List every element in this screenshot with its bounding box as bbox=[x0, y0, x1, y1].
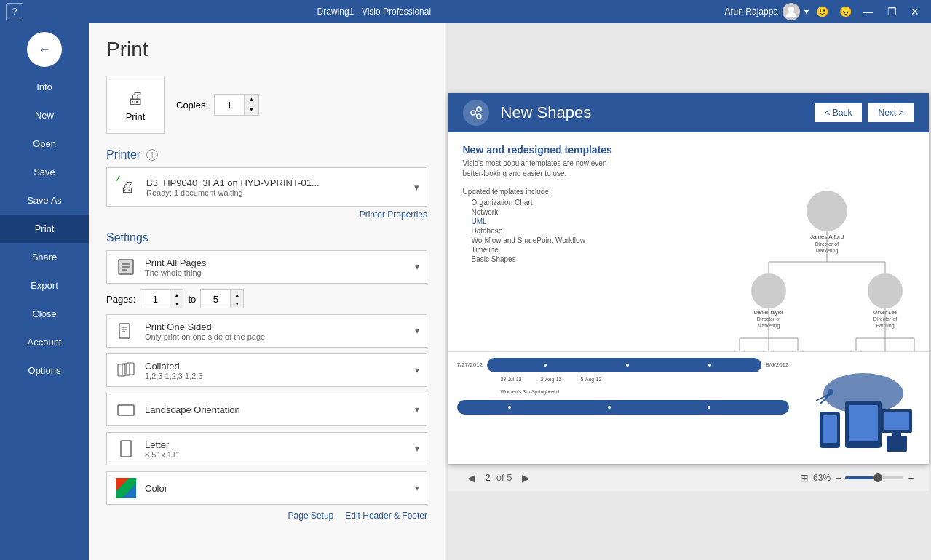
pages-from-increment[interactable]: ▲ bbox=[170, 290, 183, 299]
svg-rect-6 bbox=[119, 324, 130, 338]
timeline-dates-top: 29-Jul-12 2-Aug-12 5-Aug-12 bbox=[457, 377, 789, 382]
print-button[interactable]: 🖨 Print bbox=[106, 76, 165, 134]
printer-selector[interactable]: 🖨 ✓ B3_HP9040_3FA1 on HYD-VPRINT-01... R… bbox=[106, 167, 427, 207]
color-dropdown[interactable]: Color ▾ bbox=[106, 471, 427, 505]
sidebar-item-save-as[interactable]: Save As bbox=[0, 186, 89, 215]
sidebar-item-account[interactable]: Account bbox=[0, 328, 89, 356]
zoom-area: ⊞ 63% − + bbox=[800, 472, 914, 484]
color-dropdown-arrow: ▾ bbox=[415, 483, 419, 493]
print-pages-dropdown[interactable]: Print All Pages The whole thing ▾ bbox=[106, 250, 427, 284]
list-item: Network bbox=[472, 208, 710, 216]
template-list: Organization Chart Network UML Database … bbox=[463, 199, 710, 263]
svg-point-28 bbox=[751, 273, 786, 308]
fit-icon[interactable]: ⊞ bbox=[800, 472, 809, 484]
printer-section-header: Printer i bbox=[106, 148, 427, 161]
copies-input[interactable] bbox=[215, 95, 244, 115]
color-swatch bbox=[116, 478, 136, 498]
preview-header-title: New Shapes bbox=[501, 103, 592, 122]
orientation-title: Landscape Orientation bbox=[145, 404, 408, 415]
pages-to-increment[interactable]: ▲ bbox=[230, 290, 243, 299]
pages-from-decrement[interactable]: ▼ bbox=[170, 299, 183, 308]
maximize-button[interactable]: ❐ bbox=[882, 1, 902, 22]
printer-info-icon[interactable]: i bbox=[146, 149, 158, 161]
list-item: Timeline bbox=[472, 246, 710, 254]
copies-increment[interactable]: ▲ bbox=[244, 95, 258, 105]
pages-to-field[interactable] bbox=[201, 290, 230, 308]
prev-page-button[interactable]: ◀ bbox=[463, 471, 480, 485]
collated-subtitle: 1,2,3 1,2,3 1,2,3 bbox=[145, 372, 408, 380]
sidebar-item-print[interactable]: Print bbox=[0, 215, 89, 243]
list-item: UML bbox=[472, 217, 710, 225]
settings-heading: Settings bbox=[106, 231, 148, 244]
collated-setting-text: Collated 1,2,3 1,2,3 1,2,3 bbox=[145, 361, 408, 380]
sidebar-item-save[interactable]: Save bbox=[0, 158, 89, 186]
sidebar-item-options[interactable]: Options bbox=[0, 356, 89, 385]
preview-container: New Shapes < Back Next > New and redesig… bbox=[448, 93, 929, 464]
sidebar-item-open[interactable]: Open bbox=[0, 129, 89, 158]
svg-point-15 bbox=[471, 111, 475, 115]
print-sided-dropdown[interactable]: Print One Sided Only print on one side o… bbox=[106, 314, 427, 348]
preview-next-button[interactable]: Next > bbox=[868, 103, 914, 122]
content-area: Print 🖨 Print Copies: ▲ ▼ bbox=[89, 23, 931, 560]
zoom-slider[interactable] bbox=[845, 476, 903, 479]
svg-rect-13 bbox=[118, 405, 134, 415]
print-panel: Print 🖨 Print Copies: ▲ ▼ bbox=[89, 23, 445, 560]
sidebar-item-info[interactable]: Info bbox=[0, 73, 89, 101]
sidebar-label-new: New bbox=[35, 110, 54, 121]
links-row: Page Setup Edit Header & Footer bbox=[106, 511, 427, 521]
next-page-button[interactable]: ▶ bbox=[518, 471, 534, 485]
print-button-label: Print bbox=[126, 111, 146, 122]
sidebar-item-new[interactable]: New bbox=[0, 101, 89, 129]
printer-icon: 🖨 bbox=[127, 88, 144, 108]
minimize-button[interactable]: — bbox=[858, 1, 879, 22]
collated-icon bbox=[114, 359, 138, 382]
svg-point-16 bbox=[477, 107, 481, 111]
zoom-percent: 63% bbox=[813, 473, 831, 483]
sidebar-label-export: Export bbox=[31, 280, 58, 291]
smiley-icon[interactable]: 🙂 bbox=[812, 1, 832, 22]
title-bar-left: ? bbox=[6, 3, 23, 20]
landscape-icon bbox=[114, 398, 138, 421]
color-icon bbox=[114, 476, 138, 500]
printer-details: B3_HP9040_3FA1 on HYD-VPRINT-01... Ready… bbox=[146, 177, 320, 197]
printer-icon-area: 🖨 ✓ bbox=[114, 174, 140, 200]
zoom-in-button[interactable]: + bbox=[908, 472, 914, 484]
settings-section-header: Settings bbox=[106, 231, 427, 244]
sidebar-item-close[interactable]: Close bbox=[0, 300, 89, 328]
svg-rect-11 bbox=[122, 364, 130, 375]
angry-icon[interactable]: 😠 bbox=[835, 1, 855, 22]
svg-line-19 bbox=[475, 113, 477, 116]
close-button[interactable]: ✕ bbox=[905, 1, 925, 22]
pages-label: Pages: bbox=[106, 294, 135, 305]
printer-properties-link[interactable]: Printer Properties bbox=[106, 209, 427, 220]
pages-to-decrement[interactable]: ▼ bbox=[230, 299, 243, 308]
svg-rect-58 bbox=[823, 415, 837, 443]
avatar bbox=[783, 3, 800, 20]
collated-dropdown[interactable]: Collated 1,2,3 1,2,3 1,2,3 ▾ bbox=[106, 353, 427, 387]
sidebar-label-print: Print bbox=[35, 223, 55, 234]
pages-dropdown-arrow: ▾ bbox=[415, 262, 419, 272]
copies-decrement[interactable]: ▼ bbox=[244, 105, 258, 115]
orientation-dropdown[interactable]: Landscape Orientation ▾ bbox=[106, 393, 427, 426]
devices-illustration bbox=[798, 352, 929, 464]
page-navigation: ◀ 2 of 5 ▶ bbox=[463, 471, 535, 485]
paper-size-dropdown[interactable]: Letter 8.5" x 11" ▾ bbox=[106, 432, 427, 465]
pages-from-field[interactable] bbox=[140, 290, 170, 308]
help-icon[interactable]: ? bbox=[6, 3, 23, 20]
sided-title: Print One Sided bbox=[145, 321, 408, 332]
sidebar-item-export[interactable]: Export bbox=[0, 271, 89, 300]
pages-range-row: Pages: ▲ ▼ to ▲ ▼ bbox=[106, 289, 427, 308]
list-item: Organization Chart bbox=[472, 199, 710, 207]
sidebar-item-share[interactable]: Share bbox=[0, 243, 89, 271]
sidebar-label-open: Open bbox=[33, 138, 56, 149]
preview-back-button[interactable]: < Back bbox=[815, 103, 862, 122]
page-setup-link[interactable]: Page Setup bbox=[288, 511, 334, 521]
back-button[interactable]: ← bbox=[27, 32, 62, 67]
copies-area: Copies: ▲ ▼ bbox=[176, 94, 259, 116]
header-footer-link[interactable]: Edit Header & Footer bbox=[345, 511, 427, 521]
zoom-out-button[interactable]: − bbox=[835, 472, 841, 484]
svg-point-0 bbox=[788, 7, 794, 12]
orientation-dropdown-arrow: ▾ bbox=[415, 404, 419, 415]
print-title: Print bbox=[106, 38, 427, 61]
dropdown-icon[interactable]: ▾ bbox=[804, 7, 809, 17]
